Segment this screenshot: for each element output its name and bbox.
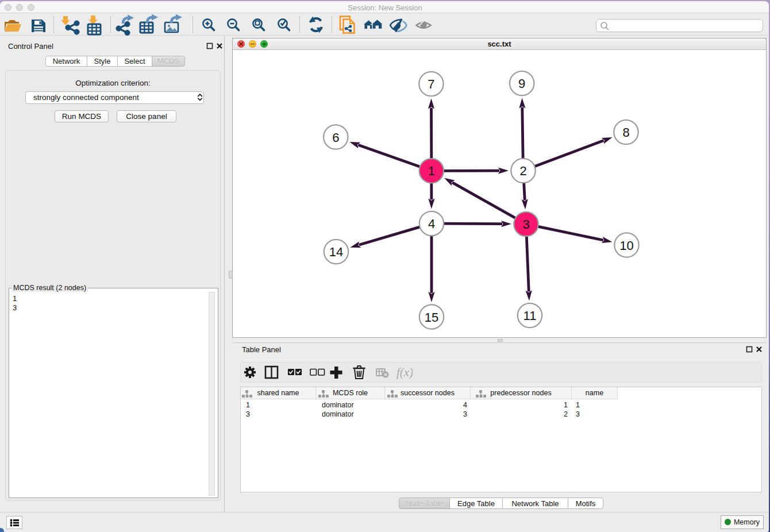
svg-text:8: 8	[622, 125, 629, 140]
svg-text:6: 6	[332, 130, 339, 145]
svg-text:15: 15	[425, 310, 438, 325]
svg-text:1: 1	[428, 164, 435, 178]
svg-text:f(x): f(x)	[396, 365, 413, 379]
svg-text:3: 3	[522, 217, 529, 232]
svg-text:10: 10	[619, 238, 633, 253]
svg-text:11: 11	[523, 309, 537, 323]
svg-text:7: 7	[428, 77, 434, 91]
svg-text:4: 4	[428, 217, 435, 231]
svg-text:2: 2	[519, 164, 526, 178]
svg-text:14: 14	[329, 245, 343, 259]
svg-text:9: 9	[518, 76, 525, 91]
